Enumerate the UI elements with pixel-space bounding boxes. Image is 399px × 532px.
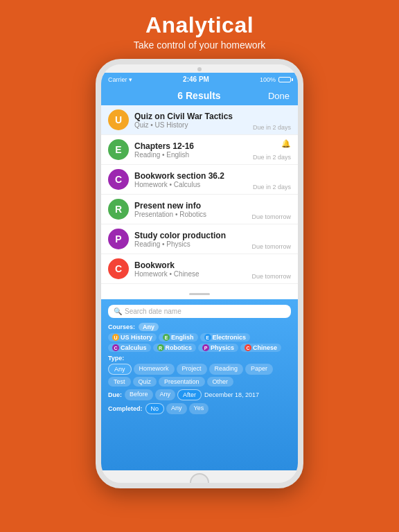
completed-badges: NoAnyYes [145,403,209,414]
home-button[interactable] [190,473,209,488]
item-title: Present new info [134,201,291,211]
list-item[interactable]: C Bookwork Homework • Chinese Due tomorr… [101,254,298,284]
course-badge-robotics[interactable]: RRobotics [153,344,197,352]
course-dot: C [112,344,119,351]
page-subtitle: Take control of your homework [134,39,266,51]
phone-bottom [101,470,298,488]
page-title: Analytical [134,12,266,38]
page-header: Analytical Take control of your homework [134,0,266,59]
courses-filter-row: Courses: Any [108,323,291,331]
battery-icon [278,77,291,82]
type-badge-test[interactable]: Test [108,377,131,387]
due-badge-after[interactable]: After [177,389,202,400]
course-badge-chinese[interactable]: CChinese [240,344,281,352]
due-badges: BeforeAnyAfter [125,389,202,400]
battery: 100% [260,76,291,83]
type-badge-presentation[interactable]: Presentation [159,377,205,387]
course-dot: C [245,344,251,351]
phone-shell: Carrier ▾ 2:46 PM 100% 6 Results Done U … [96,59,303,488]
list-item[interactable]: C Bookwork section 36.2 Homework • Calcu… [101,165,298,195]
avatar: C [108,258,129,279]
completed-badge-no[interactable]: No [145,403,165,414]
course-dot: R [157,344,164,351]
item-due: Due tomorrow [251,243,291,250]
carrier: Carrier ▾ [108,76,132,83]
list-item[interactable]: P Study color production Reading • Physi… [101,224,298,254]
phone-top [101,64,298,73]
item-due: Due tomorrow [251,213,291,220]
search-icon: 🔍 [114,308,122,315]
type-label: Type: [108,355,291,362]
course-dot: E [163,334,170,341]
completed-badge-any[interactable]: Any [166,403,187,414]
course-dot: U [112,334,119,341]
type-badge-project[interactable]: Project [177,364,207,375]
status-bar: Carrier ▾ 2:46 PM 100% [101,73,298,86]
list-item[interactable]: E Chapters 12-16 Reading • English 🔔 Due… [101,135,298,165]
type-badge-other[interactable]: Other [207,377,234,387]
course-badge-us history[interactable]: UUS History [108,333,157,342]
item-due: Due in 2 days [253,184,291,190]
item-title: Bookwork section 36.2 [134,171,291,181]
filter-panel: 🔍 Search date name Courses: Any UUS Hist… [101,299,298,470]
camera-dot [197,67,202,71]
type-section: Type: AnyHomeworkProjectReadingPaperTest… [108,355,291,387]
item-due: Due in 2 days [253,124,291,131]
item-title: Study color production [134,231,291,240]
nav-title: 6 Results [130,90,268,101]
avatar: U [108,109,129,130]
item-title: Bookwork [134,260,291,270]
item-due: Due in 2 days [253,154,291,161]
course-badge-english[interactable]: EEnglish [159,333,198,342]
course-badge-physics[interactable]: PPhysics [198,344,238,352]
type-badge-any[interactable]: Any [108,364,132,375]
list-item[interactable]: R Present new info Presentation • Roboti… [101,195,298,224]
type-badge-paper[interactable]: Paper [245,364,273,375]
completed-badge-yes[interactable]: Yes [189,403,209,414]
course-dot: E [204,334,211,341]
type-badges: AnyHomeworkProjectReadingPaperTestQuizPr… [108,364,291,387]
type-badge-homework[interactable]: Homework [134,364,175,375]
done-button[interactable]: Done [268,91,290,101]
due-date: December 18, 2017 [204,391,259,398]
course-badge-calculus[interactable]: CCalculus [108,344,151,352]
list-item[interactable]: U Quiz on Civil War Tactics Quiz • US Hi… [101,105,298,135]
type-badge-quiz[interactable]: Quiz [133,377,157,387]
item-title: Quiz on Civil War Tactics [134,112,291,121]
avatar: E [108,139,129,160]
avatar: R [108,199,129,220]
time: 2:46 PM [183,76,209,83]
item-title: Chapters 12-16 [134,141,291,151]
due-badge-before[interactable]: Before [125,389,153,400]
item-due: Due tomorrow [251,273,291,280]
avatar: P [108,229,129,249]
due-section: Due: BeforeAnyAfter December 18, 2017 [108,389,291,400]
course-badge-electronics[interactable]: EElectronics [200,333,251,342]
results-list: U Quiz on Civil War Tactics Quiz • US Hi… [101,105,298,284]
course-dot: P [202,344,209,351]
scroll-indicator [101,284,298,299]
bell-icon: 🔔 [281,139,291,148]
search-input[interactable]: Search date name [125,308,181,315]
search-bar[interactable]: 🔍 Search date name [108,305,291,318]
courses-any[interactable]: Any [139,323,159,331]
due-badge-any[interactable]: Any [155,389,176,400]
completed-section: Completed: NoAnyYes [108,403,291,414]
avatar: C [108,169,129,190]
nav-bar: 6 Results Done [101,86,298,105]
course-badges: UUS HistoryEEnglishEElectronicsCCalculus… [108,333,291,352]
type-badge-reading[interactable]: Reading [209,364,244,375]
